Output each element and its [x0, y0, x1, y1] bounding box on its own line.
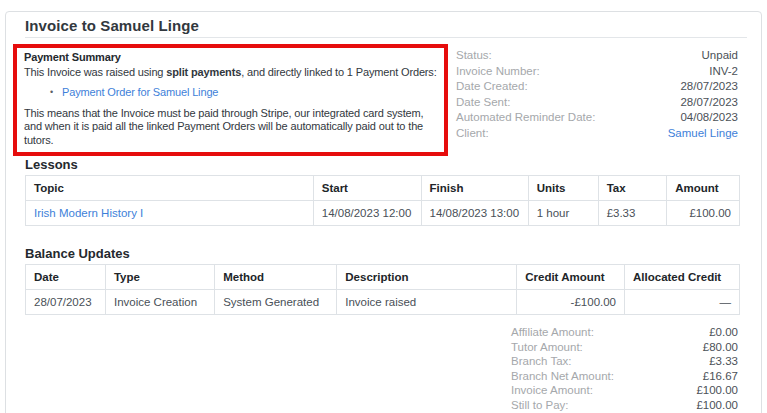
total-label: Affiliate Amount: — [511, 325, 594, 340]
lesson-amount-cell: £100.00 — [667, 201, 740, 226]
invoice-amount-value: £100.00 — [696, 383, 738, 398]
detail-row-reminder-date: Automated Reminder Date: 04/08/2023 — [456, 110, 738, 126]
lesson-start-cell: 14/08/2023 12:00 — [313, 201, 421, 226]
client-link[interactable]: Samuel Linge — [668, 126, 738, 142]
column-header-allocated-credit: Allocated Credit — [625, 265, 740, 290]
balance-date-cell: 28/07/2023 — [26, 290, 106, 315]
total-label: Branch Tax: — [511, 354, 572, 369]
invoice-details-panel: Status: Unpaid Invoice Number: INV-2 Dat… — [456, 48, 738, 142]
invoice-totals-panel: Affiliate Amount: £0.00 Tutor Amount: £8… — [511, 325, 738, 413]
payment-summary-heading: Payment Summary — [24, 51, 437, 65]
detail-row-date-created: Date Created: 28/07/2023 — [456, 79, 738, 95]
balance-updates-heading: Balance Updates — [25, 246, 130, 261]
balance-allocated-credit-cell: — — [625, 290, 740, 315]
date-sent-value: 28/07/2023 — [680, 95, 738, 111]
lesson-topic-link[interactable]: Irish Modern History I — [34, 207, 143, 219]
detail-label: Status: — [456, 48, 492, 64]
total-label: Branch Net Amount: — [511, 369, 614, 384]
column-header-method: Method — [215, 265, 337, 290]
column-header-amount: Amount — [667, 176, 740, 201]
summary-text-bold: split payments — [166, 66, 241, 78]
total-label: Invoice Amount: — [511, 383, 593, 398]
reminder-date-value: 04/08/2023 — [680, 110, 738, 126]
invoice-number-value: INV-2 — [709, 64, 738, 80]
detail-row-date-sent: Date Sent: 28/07/2023 — [456, 95, 738, 111]
balance-type-cell: Invoice Creation — [105, 290, 214, 315]
detail-label: Date Sent: — [456, 95, 510, 111]
detail-label: Client: — [456, 126, 489, 142]
column-header-finish: Finish — [421, 176, 528, 201]
balance-updates-table: Date Type Method Description Credit Amou… — [25, 264, 740, 315]
bullet-icon: • — [50, 86, 53, 100]
total-row-still-to-pay: Still to Pay: £100.00 — [511, 398, 738, 413]
balance-description-cell: Invoice raised — [337, 290, 517, 315]
branch-tax-value: £3.33 — [709, 354, 738, 369]
column-header-topic: Topic — [26, 176, 314, 201]
payment-summary-line: This Invoice was raised using split paym… — [24, 66, 437, 80]
summary-text-prefix: This Invoice was raised using — [24, 66, 166, 78]
summary-text-suffix: , and directly linked to 1 Payment Order… — [241, 66, 436, 78]
payment-order-list-item: • Payment Order for Samuel Linge — [50, 86, 437, 100]
still-to-pay-value: £100.00 — [696, 398, 738, 413]
lesson-tax-cell: £3.33 — [598, 201, 667, 226]
lessons-table: Topic Start Finish Units Tax Amount Iris… — [25, 175, 740, 226]
column-header-tax: Tax — [598, 176, 667, 201]
detail-label: Invoice Number: — [456, 64, 540, 80]
total-row-branch-tax: Branch Tax: £3.33 — [511, 354, 738, 369]
total-row-affiliate-amount: Affiliate Amount: £0.00 — [511, 325, 738, 340]
detail-row-invoice-number: Invoice Number: INV-2 — [456, 64, 738, 80]
tutor-amount-value: £80.00 — [703, 340, 738, 355]
total-label: Tutor Amount: — [511, 340, 583, 355]
lesson-units-cell: 1 hour — [528, 201, 598, 226]
detail-row-client: Client: Samuel Linge — [456, 126, 738, 142]
lesson-finish-cell: 14/08/2023 13:00 — [421, 201, 528, 226]
detail-label: Date Created: — [456, 79, 528, 95]
total-row-invoice-amount: Invoice Amount: £100.00 — [511, 383, 738, 398]
column-header-credit-amount: Credit Amount — [517, 265, 625, 290]
lessons-heading: Lessons — [25, 157, 78, 172]
lessons-header-row: Topic Start Finish Units Tax Amount — [26, 176, 740, 201]
column-header-start: Start — [313, 176, 421, 201]
column-header-units: Units — [528, 176, 598, 201]
affiliate-amount-value: £0.00 — [709, 325, 738, 340]
date-created-value: 28/07/2023 — [680, 79, 738, 95]
balance-header-row: Date Type Method Description Credit Amou… — [26, 265, 740, 290]
total-label: Still to Pay: — [511, 398, 569, 413]
payment-order-link[interactable]: Payment Order for Samuel Linge — [62, 86, 218, 100]
balance-credit-amount-cell: -£100.00 — [517, 290, 625, 315]
page-title: Invoice to Samuel Linge — [25, 17, 199, 34]
total-row-branch-net-amount: Branch Net Amount: £16.67 — [511, 369, 738, 384]
column-header-type: Type — [105, 265, 214, 290]
detail-label: Automated Reminder Date: — [456, 110, 595, 126]
table-row: 28/07/2023 Invoice Creation System Gener… — [26, 290, 740, 315]
total-row-tutor-amount: Tutor Amount: £80.00 — [511, 340, 738, 355]
table-row: Irish Modern History I 14/08/2023 12:00 … — [26, 201, 740, 226]
status-badge: Unpaid — [702, 48, 738, 64]
detail-row-status: Status: Unpaid — [456, 48, 738, 64]
lesson-topic-cell: Irish Modern History I — [26, 201, 314, 226]
column-header-date: Date — [26, 265, 106, 290]
balance-method-cell: System Generated — [215, 290, 337, 315]
payment-summary-paragraph: This means that the Invoice must be paid… — [24, 107, 437, 148]
payment-summary-highlight-box: Payment Summary This Invoice was raised … — [13, 44, 448, 156]
branch-net-amount-value: £16.67 — [703, 369, 738, 384]
column-header-description: Description — [337, 265, 517, 290]
title-divider — [25, 37, 747, 38]
invoice-card: Invoice to Samuel Linge Payment Summary … — [5, 11, 762, 413]
